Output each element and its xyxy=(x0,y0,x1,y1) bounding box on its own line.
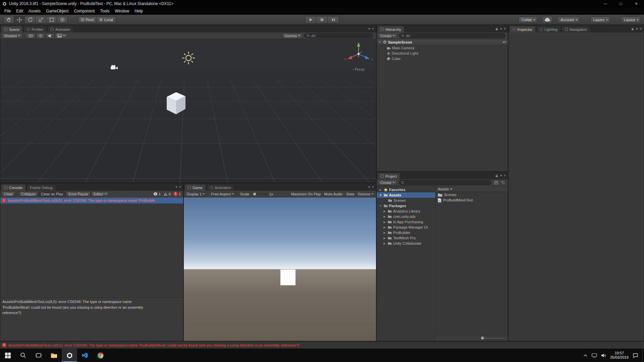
scene-context-menu-icon[interactable]: ▾≡ xyxy=(503,40,506,44)
console-panel-menu[interactable]: ▾≡ xyxy=(175,185,181,189)
error-count[interactable]: 1 xyxy=(173,192,181,196)
directional-light-gizmo-icon[interactable] xyxy=(181,51,196,65)
chevron-right-icon[interactable]: ▶ xyxy=(383,242,386,245)
action-center-icon[interactable] xyxy=(633,353,638,358)
file-explorer-button[interactable] xyxy=(46,349,62,362)
project-tree-scenes[interactable]: Scenes xyxy=(377,198,435,203)
file-item-scenes[interactable]: Scenes xyxy=(436,192,508,197)
transform-tool-button[interactable] xyxy=(57,16,68,23)
close-button[interactable]: × xyxy=(629,0,644,7)
info-count[interactable]: 1 xyxy=(153,192,161,196)
chevron-down-icon[interactable]: ▼ xyxy=(378,41,382,44)
rect-tool-button[interactable] xyxy=(46,16,57,23)
chrome-taskbar-button[interactable] xyxy=(93,349,108,362)
perspective-mode-label[interactable]: ‹ Persp xyxy=(343,67,374,71)
thumbnail-zoom-slider[interactable] xyxy=(481,338,504,339)
menu-help[interactable]: Help xyxy=(132,7,146,15)
hierarchy-scene-row[interactable]: ▼ SampleScene ▾≡ xyxy=(377,39,508,45)
gizmos-dropdown[interactable]: Gizmos xyxy=(282,33,303,39)
unity-taskbar-button[interactable] xyxy=(62,349,77,362)
status-bar[interactable]: Assets\ProBuildMeshTest.cs(8,5): error C… xyxy=(0,341,644,349)
menu-component[interactable]: Component xyxy=(71,7,97,15)
console-log-list[interactable]: Assets\ProBuildMeshTest.cs(8,5): error C… xyxy=(0,197,183,297)
hierarchy-create-dropdown[interactable]: Create xyxy=(378,33,397,39)
play-button[interactable] xyxy=(305,16,316,23)
move-tool-button[interactable] xyxy=(14,16,25,23)
tab-project[interactable]: Project xyxy=(377,173,400,179)
project-search-input[interactable] xyxy=(406,181,489,185)
scene-search[interactable] xyxy=(304,33,373,38)
mute-audio-button[interactable]: Mute Audio xyxy=(323,192,344,196)
network-icon[interactable] xyxy=(592,353,597,358)
stats-button[interactable]: Stats xyxy=(344,192,356,196)
breadcrumb-assets[interactable]: Assets xyxy=(438,187,449,191)
scene-viewport[interactable]: y x z ‹ Persp xyxy=(0,39,376,183)
hierarchy-search-input[interactable] xyxy=(406,34,503,38)
vscode-taskbar-button[interactable] xyxy=(77,349,93,362)
chevron-right-icon[interactable]: ▶ xyxy=(379,188,382,191)
scale-slider[interactable] xyxy=(253,194,267,194)
clear-on-play-button[interactable]: Clear on Play xyxy=(39,191,65,197)
show-desktop-button[interactable] xyxy=(642,349,644,362)
tab-game[interactable]: Game xyxy=(184,184,206,191)
taskbar-search-button[interactable] xyxy=(15,349,31,362)
menu-window[interactable]: Window xyxy=(112,7,132,15)
project-tree-package-collab[interactable]: ▶ Unity Collaborate xyxy=(377,241,435,246)
project-tree-packages[interactable]: ▼ Packages xyxy=(377,203,435,208)
hierarchy-item-directional-light[interactable]: Directional Light xyxy=(377,51,508,56)
game-panel-menu[interactable]: ▾≡ xyxy=(368,185,374,189)
maximize-button[interactable]: □ xyxy=(613,0,629,7)
chevron-up-icon[interactable] xyxy=(583,354,588,357)
file-item-probuildmeshtest[interactable]: ProBuildMeshTest xyxy=(436,197,508,203)
project-tree-package-ads[interactable]: ▶ com.unity.ads xyxy=(377,214,435,219)
task-view-button[interactable] xyxy=(31,349,46,362)
scale-tool-button[interactable] xyxy=(36,16,46,23)
menu-tools[interactable]: Tools xyxy=(97,7,112,15)
menu-edit[interactable]: Edit xyxy=(13,7,26,15)
tab-scene[interactable]: Scene xyxy=(1,26,23,33)
game-gizmos-dropdown[interactable]: Gizmos xyxy=(356,192,375,196)
warning-count[interactable]: 0 xyxy=(163,192,171,196)
project-tree-package-analytics[interactable]: ▶ Analytics Library xyxy=(377,208,435,214)
tab-hierarchy[interactable]: Hierarchy xyxy=(377,26,405,33)
local-button[interactable]: Local xyxy=(97,16,116,23)
scene-panel-menu[interactable]: ▾≡ xyxy=(368,27,374,31)
project-tree-package-pm-ui[interactable]: ▶ Package Manager UI xyxy=(377,225,435,230)
game-viewport[interactable] xyxy=(184,197,376,341)
hierarchy-search[interactable] xyxy=(399,33,505,38)
chevron-right-icon[interactable]: ▶ xyxy=(383,221,386,224)
hand-tool-button[interactable] xyxy=(3,16,14,23)
console-log-entry[interactable]: Assets\ProBuildMeshTest.cs(8,5): error C… xyxy=(0,197,183,203)
pivot-button[interactable]: Pivot xyxy=(78,16,97,23)
2d-toggle-button[interactable]: 2D xyxy=(26,33,36,39)
hierarchy-panel-menu[interactable]: ▾≡ xyxy=(495,27,506,31)
tab-lighting[interactable]: Lighting xyxy=(536,26,561,33)
scene-search-input[interactable] xyxy=(311,34,371,38)
camera-gizmo-icon[interactable] xyxy=(110,65,118,70)
project-create-dropdown[interactable]: Create xyxy=(378,180,397,185)
tab-frame-debug[interactable]: Frame Debug xyxy=(26,184,56,191)
hierarchy-item-cube[interactable]: Cube xyxy=(377,56,508,61)
scene-effects-dropdown[interactable] xyxy=(55,33,67,39)
inspector-panel-menu[interactable]: ▾≡ xyxy=(631,27,642,31)
scale-slider-knob[interactable] xyxy=(253,193,256,195)
menu-file[interactable]: File xyxy=(2,7,13,15)
project-search[interactable] xyxy=(399,180,491,185)
cube-object[interactable] xyxy=(164,89,188,115)
tab-animator[interactable]: Animator xyxy=(47,26,73,33)
zoom-slider-knob[interactable] xyxy=(481,337,484,340)
collapse-button[interactable]: Collapse xyxy=(19,191,38,197)
tab-navigation[interactable]: Navigation xyxy=(561,26,590,33)
step-button[interactable] xyxy=(328,16,339,23)
shading-mode-dropdown[interactable]: Shaded xyxy=(2,33,22,39)
scene-orientation-gizmo[interactable]: y x z xyxy=(343,41,374,67)
rotate-tool-button[interactable] xyxy=(25,16,36,23)
collab-dropdown[interactable]: Collab xyxy=(518,16,537,23)
menu-gameobject[interactable]: GameObject xyxy=(43,7,71,15)
chevron-right-icon[interactable]: ▶ xyxy=(383,231,386,234)
chevron-down-icon[interactable]: ▼ xyxy=(379,204,382,207)
tab-animation[interactable]: Animation xyxy=(207,184,234,191)
hierarchy-item-main-camera[interactable]: Main Camera xyxy=(377,45,508,51)
tab-inspector[interactable]: Inspector xyxy=(509,26,536,33)
aspect-dropdown[interactable]: Free Aspect xyxy=(209,192,235,196)
